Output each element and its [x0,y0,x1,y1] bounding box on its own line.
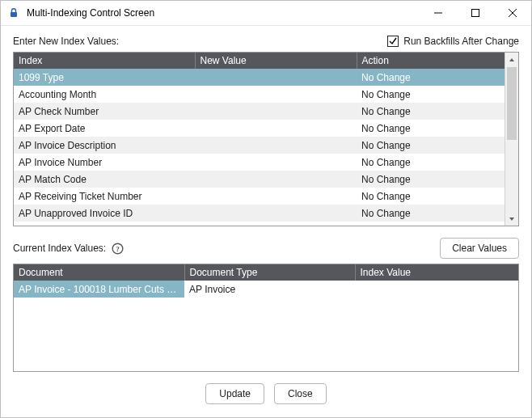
cell-action: No Change [357,171,505,188]
footer-buttons: Update Close [13,372,519,417]
table-row[interactable]: AP Invoice Description No Change [14,137,505,154]
cell-action: No Change [357,86,505,103]
table-row[interactable]: AP Invoice - 100018 Lumber Cuts - 2134..… [14,281,518,298]
cell-index: AP Check Number [14,103,195,120]
window-title: Multi-Indexing Control Screen [27,7,420,19]
cell-action: No Change [357,69,505,86]
table-row[interactable]: AP Invoice Number No Change [14,154,505,171]
enter-new-label: Enter New Index Values: [13,36,119,47]
svg-rect-0 [11,12,17,17]
cell-action: No Change [357,154,505,171]
cell-index: AP Invoice Number [14,154,195,171]
cell-action: No Change [357,188,505,205]
cell-action: No Change [357,205,505,222]
cell-new-value [195,154,357,171]
svg-rect-1 [472,10,479,17]
table-row[interactable]: AP Export Date No Change [14,120,505,137]
col-header-index[interactable]: Index [14,53,195,69]
cell-index: AP Match Code [14,171,195,188]
cell-document: AP Invoice - 100018 Lumber Cuts - 2134..… [14,281,184,298]
col-header-new-value[interactable]: New Value [195,53,357,69]
cell-new-value [195,171,357,188]
col-header-index-value[interactable]: Index Value [355,264,518,281]
cell-action: No Change [357,103,505,120]
table-row[interactable]: Accounting Month No Change [14,86,505,103]
app-window: Multi-Indexing Control Screen Enter New … [0,0,532,418]
maximize-button[interactable] [457,1,494,25]
table-row[interactable]: 1099 Type No Change [14,69,505,86]
cell-new-value [195,188,357,205]
close-button[interactable]: Close [274,383,327,404]
cell-action: No Change [357,120,505,137]
lock-icon [7,6,20,19]
cell-new-value [195,69,357,86]
table-row[interactable]: AP Receiving Ticket Number No Change [14,188,505,205]
cell-new-value [195,103,357,120]
cell-new-value [195,120,357,137]
col-header-doc-type[interactable]: Document Type [184,264,355,281]
svg-text:?: ? [116,245,120,253]
cell-index: Accounting Month [14,86,195,103]
update-button[interactable]: Update [205,383,264,404]
col-header-action[interactable]: Action [357,53,505,69]
cell-new-value [195,205,357,222]
vertical-scrollbar[interactable] [505,53,518,226]
table-row[interactable]: AP Match Code No Change [14,171,505,188]
cell-index: AP Receiving Ticket Number [14,188,195,205]
scroll-down-icon[interactable] [505,212,518,226]
table-row[interactable]: AP Check Number No Change [14,103,505,120]
run-backfills-checkbox[interactable]: Run Backfills After Change [387,36,519,47]
window-controls [420,1,531,25]
scroll-up-icon[interactable] [505,53,518,66]
clear-values-button[interactable]: Clear Values [440,238,519,259]
col-header-document[interactable]: Document [14,264,184,281]
titlebar: Multi-Indexing Control Screen [1,1,531,26]
checkbox-icon [387,36,399,47]
cell-index-value [355,281,518,298]
content-area: Enter New Index Values: Run Backfills Af… [1,26,531,417]
cell-index: AP Unapproved Invoice ID [14,205,195,222]
run-backfills-label: Run Backfills After Change [403,36,519,47]
cell-index: 1099 Type [14,69,195,86]
scroll-thumb[interactable] [507,67,517,140]
minimize-button[interactable] [420,1,457,25]
index-values-grid[interactable]: Index New Value Action 1099 Type No Chan… [13,52,519,226]
cell-new-value [195,137,357,154]
current-values-label: Current Index Values: [13,243,106,254]
cell-new-value [195,86,357,103]
table-row[interactable]: AP Unapproved Invoice ID No Change [14,205,505,222]
index-grid-header[interactable]: Index New Value Action [14,53,505,69]
current-values-grid[interactable]: Document Document Type Index Value AP In… [13,264,519,372]
doc-grid-header[interactable]: Document Document Type Index Value [14,264,518,281]
cell-doc-type: AP Invoice [184,281,355,298]
cell-action: No Change [357,137,505,154]
close-window-button[interactable] [494,1,531,25]
cell-index: AP Export Date [14,120,195,137]
help-icon[interactable]: ? [111,242,124,255]
cell-index: AP Invoice Description [14,137,195,154]
